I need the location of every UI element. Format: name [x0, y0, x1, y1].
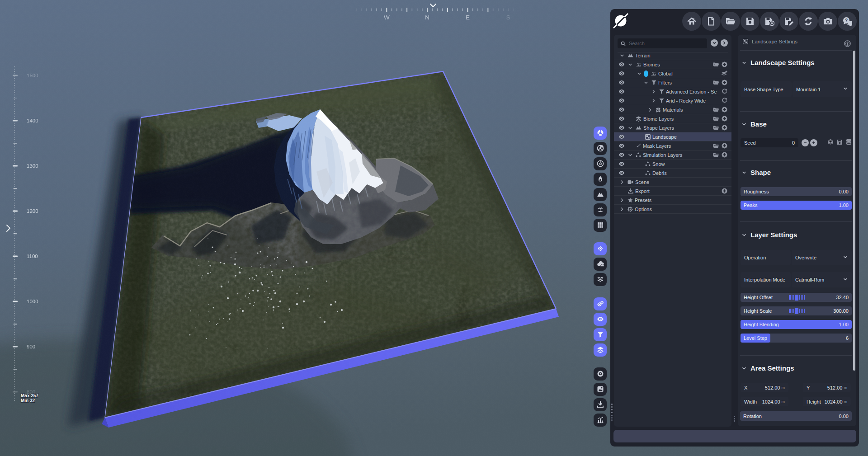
svg-text:W: W — [384, 14, 390, 21]
svg-text:1400: 1400 — [27, 118, 38, 123]
svg-text:N: N — [425, 14, 429, 21]
svg-text:Max 257: Max 257 — [21, 393, 38, 398]
svg-text:1000: 1000 — [27, 299, 38, 304]
svg-text:Min 32: Min 32 — [21, 398, 35, 403]
svg-text:900: 900 — [27, 344, 35, 349]
svg-text:E: E — [466, 14, 470, 21]
svg-text:S: S — [506, 14, 510, 21]
svg-text:1200: 1200 — [27, 208, 38, 214]
svg-text:?: ? — [845, 18, 848, 23]
svg-text:1300: 1300 — [27, 163, 38, 169]
svg-text:1100: 1100 — [27, 254, 38, 259]
svg-text:1500: 1500 — [27, 73, 38, 78]
